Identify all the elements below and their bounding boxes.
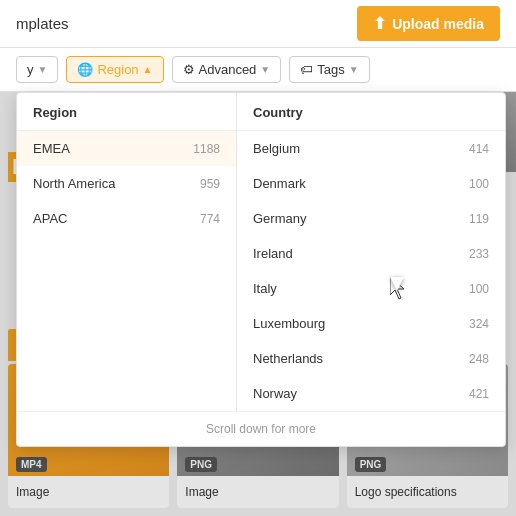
country-name-italy: Italy bbox=[253, 281, 277, 296]
country-item-denmark[interactable]: Denmark 100 bbox=[237, 166, 505, 201]
upload-media-button[interactable]: ⬆ Upload media bbox=[357, 6, 500, 41]
filter-chip-tags[interactable]: 🏷 Tags ▼ bbox=[289, 56, 369, 83]
country-item-germany[interactable]: Germany 119 bbox=[237, 201, 505, 236]
region-item-north-america[interactable]: North America 959 bbox=[17, 166, 236, 201]
chevron-down-icon-2: ▼ bbox=[260, 64, 270, 75]
country-item-luxembourg[interactable]: Luxembourg 324 bbox=[237, 306, 505, 341]
page-title: mplates bbox=[16, 15, 69, 32]
country-count-denmark: 100 bbox=[469, 177, 489, 191]
filter-chip-region[interactable]: 🌐 Region ▲ bbox=[66, 56, 163, 83]
upload-label: Upload media bbox=[392, 16, 484, 32]
tag-icon: 🏷 bbox=[300, 62, 313, 77]
country-name-netherlands: Netherlands bbox=[253, 351, 323, 366]
region-name-apac: APAC bbox=[33, 211, 67, 226]
sliders-icon: ⚙ bbox=[183, 62, 195, 77]
filter-region-label: Region bbox=[97, 62, 138, 77]
filter-y-label: y bbox=[27, 62, 34, 77]
country-count-netherlands: 248 bbox=[469, 352, 489, 366]
region-column: Region EMEA 1188 North America 959 APAC … bbox=[17, 93, 237, 411]
country-name-belgium: Belgium bbox=[253, 141, 300, 156]
country-count-italy: 100 bbox=[469, 282, 489, 296]
country-count-belgium: 414 bbox=[469, 142, 489, 156]
region-name-north-america: North America bbox=[33, 176, 115, 191]
country-item-netherlands[interactable]: Netherlands 248 bbox=[237, 341, 505, 376]
dropdown-columns: Region EMEA 1188 North America 959 APAC … bbox=[17, 93, 505, 411]
chevron-down-icon: ▼ bbox=[38, 64, 48, 75]
country-column-header: Country bbox=[237, 93, 505, 131]
main-content: Fin MP4 Image PNG Image bbox=[0, 92, 516, 516]
region-column-header: Region bbox=[17, 93, 236, 131]
country-name-ireland: Ireland bbox=[253, 246, 293, 261]
country-count-ireland: 233 bbox=[469, 247, 489, 261]
country-count-luxembourg: 324 bbox=[469, 317, 489, 331]
filter-chip-y[interactable]: y ▼ bbox=[16, 56, 58, 83]
scroll-hint: Scroll down for more bbox=[17, 411, 505, 446]
top-bar: mplates ⬆ Upload media bbox=[0, 0, 516, 48]
region-name-emea: EMEA bbox=[33, 141, 70, 156]
country-name-luxembourg: Luxembourg bbox=[253, 316, 325, 331]
country-item-norway[interactable]: Norway 421 bbox=[237, 376, 505, 411]
region-count-north-america: 959 bbox=[200, 177, 220, 191]
chevron-down-icon-3: ▼ bbox=[349, 64, 359, 75]
filter-chip-advanced[interactable]: ⚙ Advanced ▼ bbox=[172, 56, 282, 83]
country-item-italy[interactable]: Italy 100 bbox=[237, 271, 505, 306]
region-count-apac: 774 bbox=[200, 212, 220, 226]
chevron-up-icon: ▲ bbox=[143, 64, 153, 75]
country-name-norway: Norway bbox=[253, 386, 297, 401]
filter-tags-label: Tags bbox=[317, 62, 344, 77]
country-column: Country Belgium 414 Denmark 100 Germany … bbox=[237, 93, 505, 411]
country-count-germany: 119 bbox=[469, 212, 489, 226]
region-dropdown: Region EMEA 1188 North America 959 APAC … bbox=[16, 92, 506, 447]
filter-advanced-label: Advanced bbox=[199, 62, 257, 77]
region-item-apac[interactable]: APAC 774 bbox=[17, 201, 236, 236]
region-count-emea: 1188 bbox=[193, 142, 220, 156]
country-count-norway: 421 bbox=[469, 387, 489, 401]
region-item-emea[interactable]: EMEA 1188 bbox=[17, 131, 236, 166]
country-item-ireland[interactable]: Ireland 233 bbox=[237, 236, 505, 271]
country-name-germany: Germany bbox=[253, 211, 306, 226]
filter-bar: y ▼ 🌐 Region ▲ ⚙ Advanced ▼ 🏷 Tags ▼ bbox=[0, 48, 516, 92]
country-item-belgium[interactable]: Belgium 414 bbox=[237, 131, 505, 166]
country-name-denmark: Denmark bbox=[253, 176, 306, 191]
upload-icon: ⬆ bbox=[373, 14, 386, 33]
globe-icon: 🌐 bbox=[77, 62, 93, 77]
